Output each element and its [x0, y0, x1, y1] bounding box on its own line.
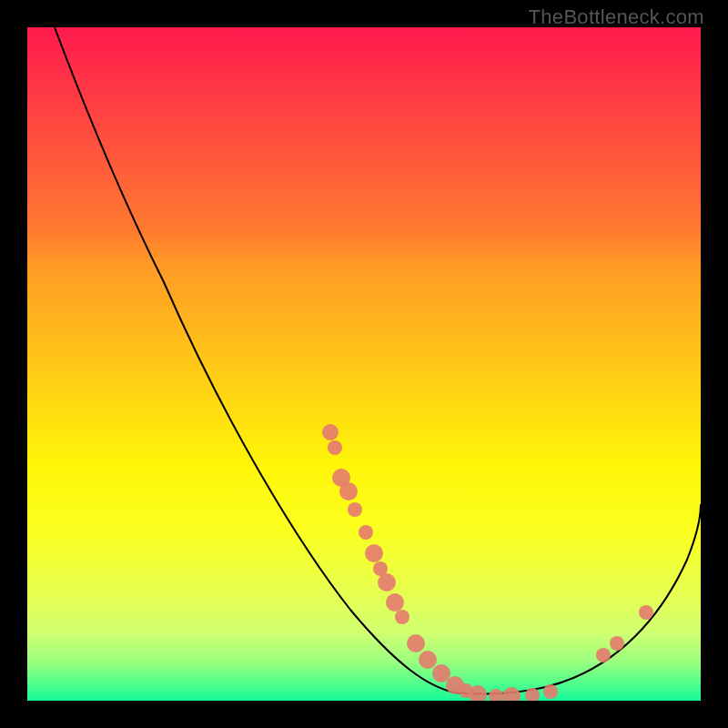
plot-area: [27, 27, 701, 701]
data-marker: [378, 573, 396, 592]
data-marker: [348, 502, 362, 517]
data-marker: [489, 689, 503, 701]
data-marker: [419, 651, 437, 669]
data-marker: [359, 525, 373, 540]
data-marker: [328, 440, 342, 455]
data-markers: [322, 424, 653, 701]
data-marker: [610, 636, 624, 651]
bottleneck-curve: [55, 27, 701, 694]
attribution-text: TheBottleneck.com: [529, 5, 704, 29]
data-marker: [322, 424, 339, 440]
chart-svg: [27, 27, 701, 701]
data-marker: [339, 482, 358, 500]
data-marker: [502, 687, 521, 701]
data-marker: [639, 605, 653, 620]
data-marker: [543, 684, 558, 699]
data-marker: [395, 610, 410, 624]
data-marker: [596, 648, 611, 662]
data-marker: [407, 634, 425, 652]
data-marker: [365, 544, 383, 562]
chart-frame: TheBottleneck.com: [0, 0, 728, 728]
data-marker: [386, 593, 404, 612]
